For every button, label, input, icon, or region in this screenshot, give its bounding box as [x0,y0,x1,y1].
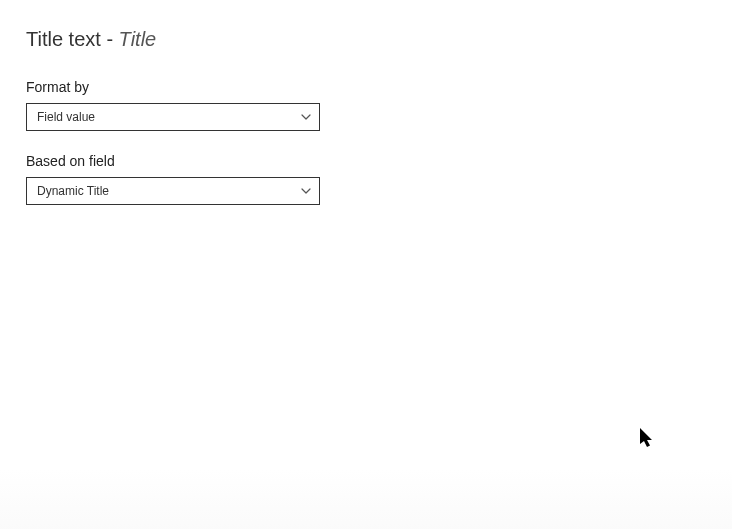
format-by-label: Format by [26,79,706,95]
dialog-title-main: Title text - [26,28,119,50]
bottom-gradient [0,469,732,529]
format-by-dropdown[interactable]: Field value [26,103,320,131]
based-on-field-value: Dynamic Title [37,184,109,198]
format-by-value: Field value [37,110,95,124]
dialog-content: Title text - Title Format by Field value… [0,0,732,255]
dialog-title: Title text - Title [26,28,706,51]
based-on-field-dropdown[interactable]: Dynamic Title [26,177,320,205]
based-on-field-label: Based on field [26,153,706,169]
chevron-down-icon [301,188,311,194]
format-by-group: Format by Field value [26,79,706,131]
chevron-down-icon [301,114,311,120]
dialog-title-sub: Title [119,28,157,50]
mouse-cursor-icon [640,428,656,454]
based-on-field-group: Based on field Dynamic Title [26,153,706,205]
